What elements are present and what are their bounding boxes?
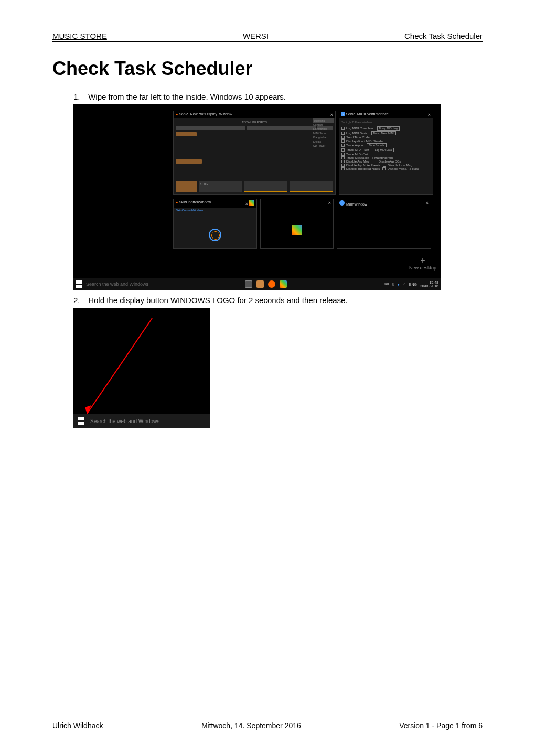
window-sonic-display: ● Sonic_NewProfiDisplay_Window × TOTAL P… <box>173 111 336 195</box>
footer-author: Ulrich Wildhack <box>52 721 103 730</box>
taskview-icon[interactable] <box>245 280 252 288</box>
app-icon[interactable] <box>280 280 287 288</box>
page-footer: Ulrich Wildhack Mittwoch, 14. September … <box>52 719 483 730</box>
style-box: STYLE <box>199 181 242 192</box>
explorer-icon[interactable] <box>256 280 264 288</box>
close-icon[interactable]: × <box>328 200 331 206</box>
window5-title: MainWindow <box>346 202 367 206</box>
step-text: Wipe from the far left to the inside. Wi… <box>88 92 286 101</box>
new-desktop-button[interactable]: + New desktop <box>409 256 436 271</box>
footer-version: Version 1 - Page 1 from 6 <box>399 721 483 730</box>
window2-title: Sonic_MIDIEventInterface <box>346 112 388 116</box>
close-icon[interactable]: × <box>330 112 333 117</box>
step-1: 1. Wipe from the far left to the inside.… <box>73 92 483 101</box>
svg-line-0 <box>87 318 152 414</box>
lang-indicator[interactable]: ENG <box>409 283 417 286</box>
windows-logo-icon[interactable] <box>78 417 85 425</box>
time: 15:48 <box>420 280 438 284</box>
window3-subtitle: SkinControlWindow <box>174 208 256 213</box>
step-text: Hold the display button WINDOWS LOGO for… <box>88 296 347 305</box>
arrow-icon <box>79 313 205 418</box>
network-icon[interactable]: ⊿ <box>403 282 406 286</box>
close-icon[interactable]: × <box>428 112 431 117</box>
search-input[interactable]: Search the web and Windows <box>90 418 159 424</box>
keyboard-icon[interactable]: ⌨ <box>384 282 389 286</box>
close-icon[interactable]: × <box>245 201 248 207</box>
new-desktop-label: New desktop <box>409 265 436 271</box>
battery-icon[interactable]: ▯ <box>392 282 394 286</box>
window-midi-interface: ▪ Sonic_MIDIEventInterface × Sonic_MIDIE… <box>339 111 433 195</box>
tray-icon[interactable]: ● <box>398 283 400 286</box>
right-panel: Submenu General Lautstärken MIDI-Sound K… <box>313 118 334 148</box>
step-2: 2. Hold the display button WINDOWS LOGO … <box>73 296 483 305</box>
header-right: Check Task Scheduler <box>404 31 483 40</box>
plus-icon: + <box>409 256 436 265</box>
footer-date: Mittwoch, 14. September 2016 <box>201 721 301 730</box>
header-center: WERSI <box>243 31 269 40</box>
color-icon <box>292 225 302 235</box>
page-header: MUSIC STORE WERSI Check Task Scheduler <box>52 31 483 42</box>
screenshot-2: Search the web and Windows <box>73 308 210 428</box>
windows-logo-icon[interactable] <box>76 280 83 288</box>
app-icon[interactable] <box>268 280 275 288</box>
taskbar: Search the web and Windows <box>73 414 210 428</box>
page-title: Check Task Scheduler <box>52 58 483 80</box>
window-4: × <box>260 199 334 249</box>
window1-title: Sonic_NewProfiDisplay_Window <box>179 112 232 116</box>
window-skincontrol: ● SkinControlWindow × SkinControlWindow <box>173 199 257 249</box>
date: 20/08/2016 <box>420 284 438 288</box>
window3-title: SkinControlWindow <box>179 200 211 204</box>
taskbar: Search the web and Windows ⌨ ▯ ● ⊿ ENG 1… <box>73 278 441 290</box>
window-main: MainWindow × <box>337 199 431 249</box>
close-icon[interactable]: × <box>426 200 429 206</box>
circle-icon <box>209 229 221 241</box>
step-num: 2. <box>73 296 86 305</box>
search-input[interactable]: Search the web and Windows <box>86 282 148 287</box>
preset-header: TOTAL PRESETS <box>176 121 333 124</box>
header-left: MUSIC STORE <box>52 31 107 40</box>
screenshot-1: ● Sonic_NewProfiDisplay_Window × TOTAL P… <box>73 104 441 290</box>
step-num: 1. <box>73 92 86 101</box>
